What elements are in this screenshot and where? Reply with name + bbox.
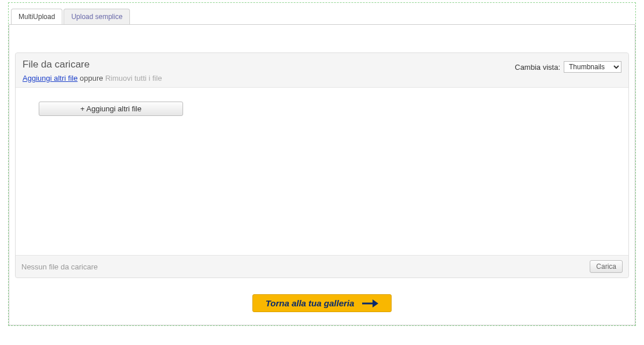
gallery-button-wrap: Torna alla tua galleria (9, 284, 635, 325)
panel-header-right: Cambia vista: Thumbnails (515, 61, 621, 73)
upload-panel: File da caricare Aggiungi altri file opp… (15, 52, 629, 278)
tab-multiupload[interactable]: MultiUpload (11, 9, 62, 24)
panel-header: File da caricare Aggiungi altri file opp… (16, 53, 628, 88)
tab-simple-upload[interactable]: Upload semplice (64, 9, 130, 24)
header-links: Aggiungi altri file oppure Rimuovi tutti… (23, 74, 515, 82)
tab-bar: MultiUpload Upload semplice (9, 9, 635, 24)
view-select[interactable]: Thumbnails (564, 61, 621, 73)
upload-status: Nessun file da caricare (21, 262, 98, 271)
files-title: File da caricare (23, 59, 515, 70)
panel-header-left: File da caricare Aggiungi altri file opp… (23, 59, 515, 82)
tabs-wrapper: MultiUpload Upload semplice File da cari… (9, 3, 635, 325)
gallery-button-label: Torna alla tua galleria (266, 298, 355, 308)
view-label: Cambia vista: (515, 63, 560, 72)
upload-button[interactable]: Carica (590, 260, 623, 273)
panel-footer: Nessun file da caricare Carica (16, 255, 628, 278)
upload-container: MultiUpload Upload semplice File da cari… (8, 2, 636, 326)
remove-all-link: Rimuovi tutti i file (105, 74, 162, 82)
panel-body: + Aggiungi altri file (16, 88, 628, 255)
tab-content: File da caricare Aggiungi altri file opp… (9, 24, 635, 325)
arrow-right-icon (362, 299, 378, 308)
add-files-link[interactable]: Aggiungi altri file (23, 74, 77, 82)
add-files-button[interactable]: + Aggiungi altri file (39, 102, 183, 116)
back-to-gallery-button[interactable]: Torna alla tua galleria (252, 294, 392, 312)
link-separator: oppure (80, 74, 103, 82)
svg-marker-1 (373, 299, 378, 308)
